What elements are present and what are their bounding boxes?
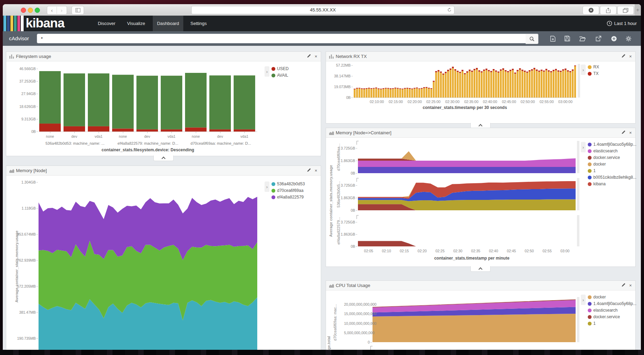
chart-bar[interactable] xyxy=(495,72,497,98)
chart-bar[interactable] xyxy=(112,128,134,132)
chart-bar[interactable] xyxy=(445,73,446,98)
chart-series-area[interactable] xyxy=(373,314,576,342)
legend-item[interactable]: elasticsearch xyxy=(588,149,636,153)
chart-bar[interactable] xyxy=(454,70,456,98)
chart-bar[interactable] xyxy=(541,70,542,71)
panel-header[interactable]: CPU Total Usage × xyxy=(326,281,635,290)
chart-bar[interactable] xyxy=(454,69,456,71)
memory-container-row3-chart[interactable] xyxy=(358,215,576,246)
chart-bar[interactable] xyxy=(366,88,367,89)
panel-header[interactable]: Memory [Node] × xyxy=(6,166,321,176)
chart-bar[interactable] xyxy=(507,72,509,98)
new-tab-button[interactable]: + xyxy=(635,4,641,16)
chart-bar[interactable] xyxy=(413,88,415,98)
chart-bar[interactable] xyxy=(562,71,564,98)
chart-bar[interactable] xyxy=(560,72,561,98)
chart-bar[interactable] xyxy=(541,71,542,98)
chart-bar[interactable] xyxy=(558,71,559,98)
network-rx-tx-chart[interactable] xyxy=(353,64,576,98)
chart-bar[interactable] xyxy=(481,71,483,73)
chart-bar[interactable] xyxy=(483,71,485,98)
memory-container-row2-chart[interactable] xyxy=(358,178,576,210)
chart-bar[interactable] xyxy=(514,73,516,74)
chart-bar[interactable] xyxy=(433,81,435,82)
panel-header[interactable]: Network RX TX × xyxy=(326,52,635,61)
chart-bar[interactable] xyxy=(483,69,485,71)
chart-bar[interactable] xyxy=(64,74,85,126)
chart-bar[interactable] xyxy=(409,88,411,89)
chart-bar[interactable] xyxy=(383,88,384,89)
legend-item[interactable]: 1.4oamfjl0acuo5y68p... xyxy=(588,142,636,147)
chart-bar[interactable] xyxy=(161,76,182,129)
close-panel-button[interactable]: × xyxy=(628,130,633,136)
chart-bar[interactable] xyxy=(428,88,430,98)
tab-overview-button[interactable] xyxy=(617,6,634,15)
chart-bar[interactable] xyxy=(545,69,547,70)
chart-bar[interactable] xyxy=(510,71,511,98)
chart-bar[interactable] xyxy=(493,69,494,70)
tab-discover[interactable]: Discover xyxy=(94,16,119,31)
chart-bar[interactable] xyxy=(404,89,406,98)
chart-bar[interactable] xyxy=(488,71,490,98)
chart-bar[interactable] xyxy=(359,88,360,88)
chart-bar[interactable] xyxy=(387,88,389,89)
edit-panel-button[interactable] xyxy=(306,54,312,59)
chart-bar[interactable] xyxy=(426,87,427,88)
chart-bar[interactable] xyxy=(469,70,470,71)
chart-bar[interactable] xyxy=(356,88,358,98)
panel-header[interactable]: Memory [Node=>Container] × xyxy=(326,128,635,138)
tab-dashboard[interactable]: Dashboard xyxy=(153,16,183,31)
chart-bar[interactable] xyxy=(505,71,507,98)
chart-bar[interactable] xyxy=(363,89,365,98)
chart-bar[interactable] xyxy=(375,87,377,88)
chart-bar[interactable] xyxy=(399,89,401,98)
chart-bar[interactable] xyxy=(507,71,509,72)
chart-bar[interactable] xyxy=(567,70,569,71)
chart-bar[interactable] xyxy=(519,70,521,98)
chart-bar[interactable] xyxy=(430,89,432,98)
chart-bar[interactable] xyxy=(423,88,425,98)
chart-bar[interactable] xyxy=(354,89,356,90)
chart-bar[interactable] xyxy=(234,75,255,129)
chart-bar[interactable] xyxy=(185,73,207,127)
chart-bar[interactable] xyxy=(368,88,370,98)
chart-bar[interactable] xyxy=(442,74,444,75)
chart-bar[interactable] xyxy=(209,129,231,132)
zoom-window-button[interactable] xyxy=(35,8,40,13)
edit-panel-button[interactable] xyxy=(621,54,626,59)
edit-panel-button[interactable] xyxy=(621,130,626,136)
chart-bar[interactable] xyxy=(572,71,574,98)
chart-bar[interactable] xyxy=(558,70,559,72)
chart-bar[interactable] xyxy=(464,73,466,74)
chart-bar[interactable] xyxy=(459,73,461,98)
chart-bar[interactable] xyxy=(392,88,394,89)
chart-bar[interactable] xyxy=(416,87,418,88)
chart-bar[interactable] xyxy=(485,69,487,70)
chart-bar[interactable] xyxy=(548,70,550,72)
chart-bar[interactable] xyxy=(531,70,533,98)
chart-bar[interactable] xyxy=(426,88,427,98)
legend-item[interactable]: kibana xyxy=(588,181,636,186)
chart-bar[interactable] xyxy=(363,88,365,89)
chart-bar[interactable] xyxy=(497,71,499,73)
chart-bar[interactable] xyxy=(526,73,528,98)
chart-bar[interactable] xyxy=(447,71,449,98)
legend-item[interactable]: 1.4oamfjl0acuo5y68p... xyxy=(588,301,636,306)
downloads-button[interactable] xyxy=(583,6,599,15)
query-input[interactable] xyxy=(37,34,526,43)
legend-item[interactable]: docker.service xyxy=(588,314,636,319)
chart-bar[interactable] xyxy=(471,72,473,98)
chart-bar[interactable] xyxy=(356,88,358,88)
add-visualization-button[interactable] xyxy=(611,35,617,42)
legend-item[interactable]: AVAIL xyxy=(271,73,288,78)
chart-bar[interactable] xyxy=(373,88,375,98)
chart-bar[interactable] xyxy=(433,82,435,98)
chart-bar[interactable] xyxy=(517,71,518,98)
chart-bar[interactable] xyxy=(457,72,459,98)
chart-bar[interactable] xyxy=(464,74,466,98)
chart-bar[interactable] xyxy=(209,75,231,129)
dashboard-settings-button[interactable] xyxy=(625,35,632,42)
chart-bar[interactable] xyxy=(490,71,492,72)
chart-bar[interactable] xyxy=(392,89,394,98)
chart-bar[interactable] xyxy=(366,89,367,98)
